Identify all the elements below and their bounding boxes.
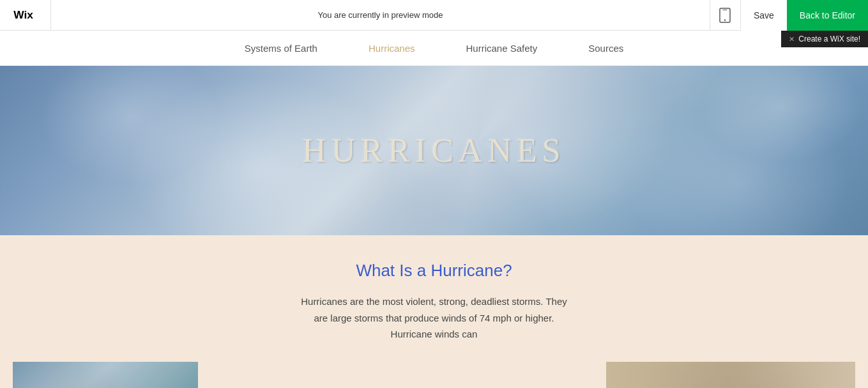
wix-badge-label: Create a WiX site! [798, 35, 860, 43]
section-heading: What Is a Hurricane? [13, 261, 855, 281]
main-nav: Systems of Earth Hurricanes Hurricane Sa… [0, 31, 868, 66]
section-body: Hurricanes are the most violent, strong,… [297, 293, 572, 343]
preview-mode-text: You are currently in preview mode [51, 10, 710, 20]
nav-item-sources[interactable]: Sources [588, 43, 623, 54]
back-to-editor-button[interactable]: Back to Editor [787, 0, 868, 31]
thumbnail-right [606, 362, 855, 389]
svg-point-2 [724, 19, 726, 20]
save-button[interactable]: Save [740, 0, 787, 31]
nav-item-hurricane-safety[interactable]: Hurricane Safety [466, 43, 538, 54]
mobile-preview-icon[interactable] [710, 0, 740, 31]
wix-logo: Wix [0, 0, 51, 30]
close-badge-icon[interactable]: ✕ [789, 35, 795, 43]
svg-text:Wix: Wix [13, 9, 33, 21]
nav-item-hurricanes[interactable]: Hurricanes [369, 43, 415, 54]
content-section: What Is a Hurricane? Hurricanes are the … [0, 235, 868, 355]
thumbnails-row [0, 355, 868, 389]
hero-banner: HURRICANES [0, 66, 868, 235]
thumbnail-left [13, 362, 198, 389]
topbar: Wix You are currently in preview mode Sa… [0, 0, 868, 31]
topbar-actions: Save Back to Editor [710, 0, 868, 30]
wix-promo-badge: ✕ Create a WiX site! [781, 31, 868, 47]
nav-item-systems-of-earth[interactable]: Systems of Earth [245, 43, 317, 54]
hero-title: HURRICANES [302, 132, 565, 169]
